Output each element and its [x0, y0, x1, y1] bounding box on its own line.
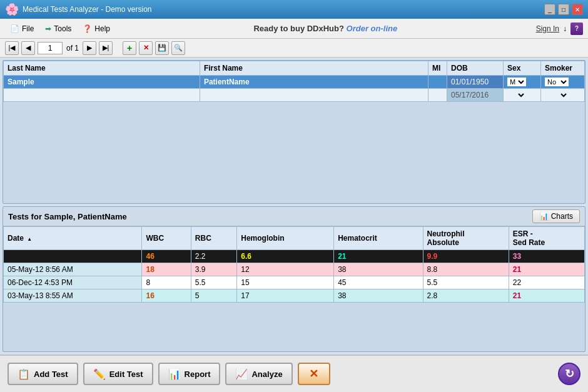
test-wbc-3[interactable]: 16 [142, 289, 191, 303]
analyze-button[interactable]: 📈 Analyze [225, 363, 292, 385]
sign-in-arrow: ↓ [563, 24, 567, 33]
action-buttons: 📋 Add Test ✏️ Edit Test 📊 Report 📈 Analy… [8, 363, 330, 385]
refresh-button[interactable]: ↻ [558, 363, 580, 385]
page-number-input[interactable] [38, 42, 63, 54]
patient-dob[interactable]: 01/01/1950 [447, 76, 504, 89]
test-row-2[interactable]: 06-Dec-12 4:53 PM 8 5.5 15 45 5.5 22 [4, 276, 585, 289]
add-record-button[interactable]: + [123, 41, 136, 55]
test-esr-2[interactable]: 22 [509, 276, 584, 289]
sign-in-area: Sign In ↓ ? [536, 23, 583, 35]
title-bar: 🌸 Medical Tests Analyzer - Demo version … [0, 0, 588, 19]
promo-area: Ready to buy DDxHub? Order on-line [253, 24, 397, 33]
order-link[interactable]: Order on-line [347, 24, 398, 33]
patient-mi[interactable] [428, 76, 447, 89]
patient-section: Last Name First Name MI DOB Sex Smoker S… [3, 60, 585, 204]
patient-firstname[interactable]: PatientName [200, 76, 428, 89]
test-hct-2[interactable]: 45 [334, 276, 423, 289]
maximize-button[interactable]: □ [558, 4, 569, 15]
first-page-button[interactable]: |◀ [5, 41, 19, 55]
test-hgb-0[interactable]: 6.6 [237, 250, 334, 263]
bottom-bar: 📋 Add Test ✏️ Edit Test 📊 Report 📈 Analy… [0, 354, 588, 392]
tests-table: Date ▲ WBC RBC Hemoglobin Hematocrit Neu… [3, 226, 585, 303]
test-hgb-3[interactable]: 17 [237, 289, 334, 303]
test-neut-3[interactable]: 2.8 [423, 289, 509, 303]
smoker-select[interactable]: No Yes [545, 78, 569, 86]
test-rbc-2[interactable]: 5.5 [191, 276, 236, 289]
charts-button[interactable]: 📊 Charts [532, 209, 580, 223]
analyze-icon: 📈 [235, 368, 248, 380]
test-rbc-3[interactable]: 5 [191, 289, 236, 303]
test-hgb-2[interactable]: 15 [237, 276, 334, 289]
smoker-select-empty[interactable]: NoYes [545, 91, 569, 99]
test-neut-2[interactable]: 5.5 [423, 276, 509, 289]
help-button[interactable]: ? [570, 23, 583, 35]
test-esr-3[interactable]: 21 [509, 289, 584, 303]
file-menu[interactable]: 📄 File [5, 22, 39, 36]
col-neutrophil: NeutrophilAbsolute [423, 227, 509, 250]
close-button[interactable]: ✕ [572, 4, 583, 15]
patient-dob-empty[interactable]: 05/17/2016 [447, 89, 504, 102]
test-wbc-2[interactable]: 8 [142, 276, 191, 289]
patient-smoker-empty[interactable]: NoYes [541, 89, 585, 102]
test-date-0[interactable] [4, 250, 142, 263]
col-date: Date ▲ [4, 227, 142, 250]
edit-test-icon: ✏️ [93, 368, 106, 380]
test-hgb-1[interactable]: 12 [237, 263, 334, 276]
cancel-button[interactable]: ✕ [298, 363, 330, 385]
col-hematocrit: Hematocrit [334, 227, 423, 250]
test-date-1[interactable]: 05-May-12 8:56 AM [4, 263, 142, 276]
test-neut-0[interactable]: 9.9 [423, 250, 509, 263]
test-esr-0[interactable]: 33 [509, 250, 584, 263]
prev-page-button[interactable]: ◀ [21, 41, 35, 55]
test-date-3[interactable]: 03-May-13 8:55 AM [4, 289, 142, 303]
menu-bar: 📄 File ➡ Tools ❓ Help Ready to buy DDxHu… [0, 19, 588, 39]
patient-sex-empty[interactable]: MF [504, 89, 541, 102]
col-rbc: RBC [191, 227, 236, 250]
sign-in-link[interactable]: Sign In [536, 24, 559, 33]
delete-record-button[interactable]: ✕ [139, 41, 153, 55]
test-date-2[interactable]: 06-Dec-12 4:53 PM [4, 276, 142, 289]
test-rbc-1[interactable]: 3.9 [191, 263, 236, 276]
col-header-sex: Sex [504, 61, 541, 76]
patient-lastname[interactable]: Sample [4, 76, 200, 89]
last-page-button[interactable]: ▶| [99, 41, 113, 55]
col-header-smoker: Smoker [541, 61, 585, 76]
test-row-0[interactable]: 46 2.2 6.6 21 9.9 33 [4, 250, 585, 263]
test-rbc-0[interactable]: 2.2 [191, 250, 236, 263]
help-menu[interactable]: ❓ Help [78, 22, 115, 36]
test-hct-1[interactable]: 38 [334, 263, 423, 276]
col-header-dob: DOB [447, 61, 504, 76]
test-row-1[interactable]: 05-May-12 8:56 AM 18 3.9 12 38 8.8 21 [4, 263, 585, 276]
patient-row-empty[interactable]: 05/17/2016 MF NoYes [4, 89, 585, 102]
window-title: Medical Tests Analyzer - Demo version [23, 5, 152, 14]
col-wbc: WBC [142, 227, 191, 250]
find-button[interactable]: 🔍 [171, 41, 185, 55]
report-button[interactable]: 📊 Report [158, 363, 221, 385]
test-neut-1[interactable]: 8.8 [423, 263, 509, 276]
edit-test-button[interactable]: ✏️ Edit Test [83, 363, 153, 385]
test-row-3[interactable]: 03-May-13 8:55 AM 16 5 17 38 2.8 21 [4, 289, 585, 303]
test-wbc-1[interactable]: 18 [142, 263, 191, 276]
patient-lastname-empty[interactable] [4, 89, 200, 102]
page-of-label: of 1 [65, 44, 80, 53]
tests-header: Tests for Sample, PatientName 📊 Charts [3, 207, 585, 226]
test-hct-0[interactable]: 21 [334, 250, 423, 263]
patient-smoker[interactable]: No Yes [541, 76, 585, 89]
test-wbc-0[interactable]: 46 [142, 250, 191, 263]
sex-select[interactable]: M F [507, 78, 526, 86]
patient-mi-empty[interactable] [428, 89, 447, 102]
save-button[interactable]: 💾 [155, 41, 169, 55]
patient-firstname-empty[interactable] [200, 89, 428, 102]
patient-table: Last Name First Name MI DOB Sex Smoker S… [3, 61, 585, 102]
next-page-button[interactable]: ▶ [83, 41, 96, 55]
test-hct-3[interactable]: 38 [334, 289, 423, 303]
tests-title: Tests for Sample, PatientName [8, 212, 127, 221]
tools-menu[interactable]: ➡ Tools [40, 22, 76, 36]
patient-sex[interactable]: M F [504, 76, 541, 89]
patient-row[interactable]: Sample PatientName 01/01/1950 M F [4, 76, 585, 89]
sex-select-empty[interactable]: MF [507, 91, 526, 99]
add-test-button[interactable]: 📋 Add Test [8, 363, 78, 385]
minimize-button[interactable]: _ [544, 4, 555, 15]
patient-table-header: Last Name First Name MI DOB Sex Smoker [4, 61, 585, 76]
test-esr-1[interactable]: 21 [509, 263, 584, 276]
